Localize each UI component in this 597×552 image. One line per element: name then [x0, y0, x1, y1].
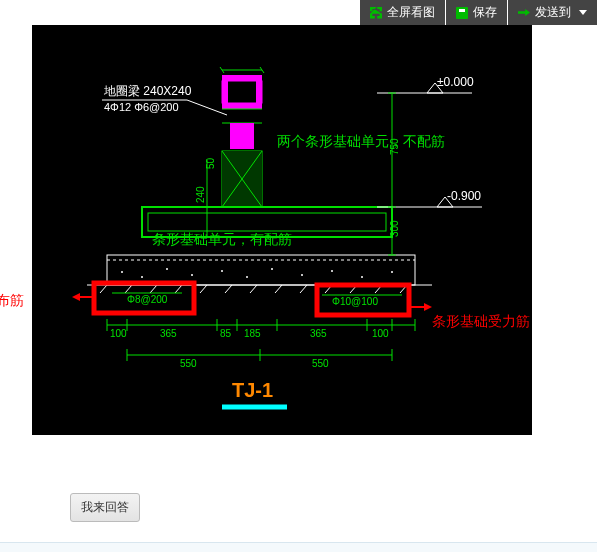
svg-point-19: [121, 271, 123, 273]
svg-line-31: [100, 285, 107, 293]
cad-drawing: 地圈梁 240X240 4Φ12 Φ6@200 ±0.000 -0.900 75…: [32, 25, 532, 435]
sendto-button[interactable]: 发送到: [508, 0, 597, 25]
svg-marker-72: [424, 303, 432, 311]
svg-line-32: [125, 285, 132, 293]
dim-100-l: 100: [110, 328, 127, 339]
svg-rect-3: [222, 75, 262, 81]
annot-two-units: 两个条形基础单元，不配筋: [277, 133, 445, 151]
dim-85: 85: [220, 328, 232, 339]
fullscreen-label: 全屏看图: [387, 4, 435, 21]
dim-550-r: 550: [312, 358, 329, 369]
rebar-distribution-text: Φ8@200: [127, 294, 168, 305]
svg-point-27: [331, 270, 333, 272]
svg-point-26: [301, 274, 303, 276]
svg-line-37: [250, 285, 257, 293]
svg-rect-5: [222, 81, 228, 103]
dim-550-l: 550: [180, 358, 197, 369]
dim-300: 300: [389, 220, 400, 237]
sendto-label: 发送到: [535, 4, 571, 21]
image-toolbar: 全屏看图 保存 发送到: [0, 0, 597, 25]
svg-rect-7: [222, 103, 262, 109]
svg-line-33: [150, 285, 157, 293]
svg-point-25: [271, 268, 273, 270]
answer-button[interactable]: 我来回答: [70, 493, 140, 522]
svg-line-36: [225, 285, 232, 293]
save-icon: [456, 7, 468, 19]
svg-point-21: [166, 268, 168, 270]
svg-rect-6: [256, 81, 262, 103]
rebar-main-text: Φ10@100: [332, 296, 378, 307]
svg-line-38: [275, 285, 282, 293]
svg-rect-10: [230, 123, 254, 149]
svg-point-28: [361, 276, 363, 278]
svg-line-34: [175, 285, 182, 293]
level-top: ±0.000: [437, 75, 474, 89]
fullscreen-icon: [370, 7, 382, 19]
dim-185: 185: [244, 328, 261, 339]
svg-point-29: [391, 271, 393, 273]
dim-365-l: 365: [160, 328, 177, 339]
svg-line-39: [300, 285, 307, 293]
svg-point-22: [191, 274, 193, 276]
svg-rect-16: [148, 213, 386, 231]
dim-50: 50: [205, 157, 216, 169]
annot-with-rebar: 条形基础单元，有配筋: [152, 231, 292, 249]
save-label: 保存: [473, 4, 497, 21]
beam-label-2: 4Φ12 Φ6@200: [104, 101, 179, 113]
annot-main-rebar: 条形基础受力筋: [432, 313, 530, 331]
answer-row: 我来回答: [0, 453, 597, 542]
beam-label-1: 地圈梁 240X240: [103, 84, 192, 98]
dim-365-r: 365: [310, 328, 327, 339]
annot-distribution-rebar: 分布筋: [0, 292, 42, 310]
svg-point-20: [141, 276, 143, 278]
send-icon: [518, 7, 530, 19]
save-button[interactable]: 保存: [446, 0, 507, 25]
chevron-down-icon: [579, 10, 587, 15]
svg-line-44: [187, 100, 227, 115]
svg-line-35: [200, 285, 207, 293]
level-bottom: -0.900: [447, 189, 481, 203]
svg-point-23: [221, 270, 223, 272]
fullscreen-button[interactable]: 全屏看图: [360, 0, 445, 25]
drawing-svg: 地圈梁 240X240 4Φ12 Φ6@200 ±0.000 -0.900 75…: [32, 25, 532, 435]
svg-marker-74: [72, 293, 80, 301]
foundation-id: TJ-1: [232, 379, 273, 401]
dim-240: 240: [195, 186, 206, 203]
footer-bar: 收藏: [0, 542, 597, 552]
dim-100-r: 100: [372, 328, 389, 339]
svg-point-24: [246, 276, 248, 278]
